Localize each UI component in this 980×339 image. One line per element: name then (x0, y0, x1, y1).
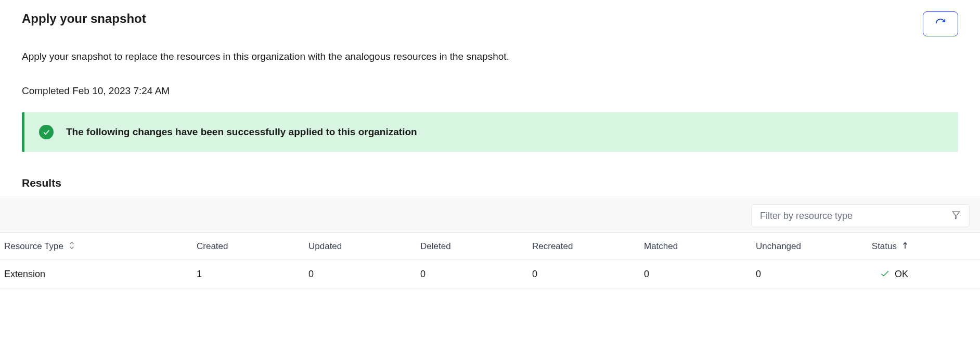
column-header-deleted[interactable]: Deleted (420, 241, 532, 252)
cell-matched: 0 (644, 269, 756, 280)
status-text: OK (895, 269, 908, 280)
column-label: Updated (308, 241, 342, 251)
filter-box[interactable] (751, 204, 970, 227)
column-header-unchanged[interactable]: Unchanged (756, 241, 868, 252)
cell-unchanged: 0 (756, 269, 868, 280)
sort-ascending-icon (902, 241, 908, 252)
check-icon (880, 269, 889, 280)
cell-deleted: 0 (420, 269, 532, 280)
success-message: The following changes have been successf… (66, 126, 417, 138)
column-label: Deleted (420, 241, 451, 251)
page-description: Apply your snapshot to replace the resou… (0, 36, 980, 62)
column-header-resource-type[interactable]: Resource Type (4, 241, 197, 252)
column-header-created[interactable]: Created (197, 241, 308, 252)
column-label: Unchanged (756, 241, 801, 251)
column-header-status[interactable]: Status (868, 241, 976, 252)
filter-icon (951, 210, 961, 221)
completion-status: Completed Feb 10, 2023 7:24 AM (0, 62, 980, 97)
results-table: Resource Type Created Updated Deleted Re… (0, 233, 980, 289)
cell-status: OK (868, 269, 976, 280)
column-label: Matched (644, 241, 678, 251)
filter-input[interactable] (760, 211, 951, 221)
column-label: Status (872, 241, 897, 252)
page-title: Apply your snapshot (22, 11, 146, 26)
success-banner: The following changes have been successf… (22, 112, 958, 152)
check-circle-icon (39, 125, 54, 139)
column-label: Recreated (532, 241, 573, 251)
refresh-button[interactable] (923, 11, 958, 36)
cell-recreated: 0 (532, 269, 644, 280)
column-header-recreated[interactable]: Recreated (532, 241, 644, 252)
cell-resource-type: Extension (4, 269, 197, 280)
svg-marker-0 (952, 212, 960, 219)
sort-icon (69, 241, 75, 252)
cell-updated: 0 (308, 269, 420, 280)
column-label: Resource Type (4, 241, 63, 252)
column-label: Created (197, 241, 228, 251)
table-header-row: Resource Type Created Updated Deleted Re… (0, 233, 980, 260)
column-header-matched[interactable]: Matched (644, 241, 756, 252)
filter-bar (0, 199, 980, 233)
table-row: Extension 1 0 0 0 0 0 OK (0, 260, 980, 289)
results-heading: Results (0, 152, 980, 199)
cell-created: 1 (197, 269, 308, 280)
column-header-updated[interactable]: Updated (308, 241, 420, 252)
refresh-icon (935, 18, 946, 31)
